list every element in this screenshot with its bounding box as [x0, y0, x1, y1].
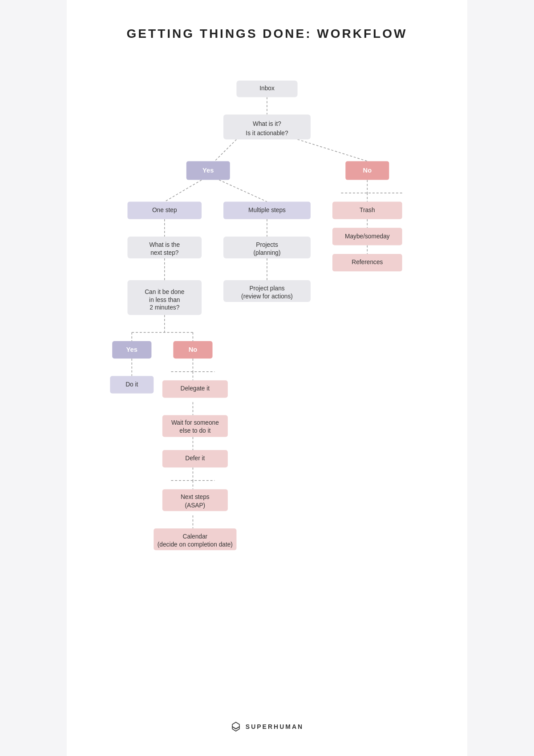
footer: SUPERHUMAN [85, 721, 449, 732]
svg-text:(planning): (planning) [254, 249, 281, 256]
svg-text:No: No [363, 167, 372, 174]
svg-line-2 [298, 139, 368, 161]
wait-for-someone-node: Wait for someone else to do it [162, 415, 228, 437]
inbox-label: Inbox [259, 85, 275, 92]
svg-text:2 minutes?: 2 minutes? [150, 304, 179, 311]
calendar-node: Calendar (decide on completion date) [154, 528, 236, 550]
svg-text:Projects: Projects [256, 241, 278, 248]
svg-text:else to do it: else to do it [179, 427, 210, 434]
svg-text:Yes: Yes [202, 167, 214, 174]
one-step-node: One step [127, 202, 202, 219]
next-steps-node: Next steps (ASAP) [162, 489, 228, 511]
svg-text:(decide on completion date): (decide on completion date) [158, 541, 233, 548]
no1-node: No [345, 161, 389, 180]
svg-text:No: No [189, 346, 198, 353]
maybe-someday-node: Maybe/someday [332, 228, 402, 245]
svg-text:(review for actions): (review for actions) [241, 293, 293, 300]
svg-text:Calendar: Calendar [183, 533, 208, 540]
svg-text:References: References [352, 259, 383, 265]
what-next-step-node: What is the next step? [127, 237, 202, 258]
svg-text:(ASAP): (ASAP) [185, 502, 206, 509]
svg-line-4 [219, 180, 267, 202]
svg-text:Is it actionable?: Is it actionable? [246, 130, 288, 137]
svg-text:Can it be done: Can it be done [145, 289, 185, 295]
projects-node: Projects (planning) [223, 237, 311, 258]
svg-text:Maybe/someday: Maybe/someday [345, 233, 390, 240]
svg-text:Trash: Trash [360, 207, 375, 213]
delegate-it-node: Delegate it [162, 380, 228, 398]
what-is-it-node: What is it? Is it actionable? [223, 115, 311, 140]
svg-text:What is it?: What is it? [253, 121, 281, 127]
brand-label: SUPERHUMAN [246, 723, 303, 730]
svg-text:Wait for someone: Wait for someone [171, 419, 219, 426]
yes1-node: Yes [186, 161, 230, 180]
svg-text:Delegate it: Delegate it [181, 385, 210, 392]
svg-line-3 [165, 180, 202, 202]
svg-text:Yes: Yes [126, 346, 138, 353]
svg-text:What is the: What is the [149, 241, 180, 248]
trash-node: Trash [332, 202, 402, 219]
multiple-steps-node: Multiple steps [223, 202, 311, 219]
references-node: References [332, 254, 402, 271]
svg-text:next step?: next step? [150, 249, 179, 256]
svg-text:in less than: in less than [149, 297, 180, 303]
no2-node: No [173, 341, 212, 358]
svg-text:Multiple steps: Multiple steps [248, 207, 286, 213]
defer-it-node: Defer it [162, 450, 228, 467]
page-title: GETTING THINGS DONE: WORKFLOW [85, 27, 449, 41]
svg-text:One step: One step [152, 207, 177, 213]
svg-text:Next steps: Next steps [181, 494, 210, 500]
svg-text:Do it: Do it [125, 381, 138, 388]
svg-text:Defer it: Defer it [185, 455, 205, 462]
yes2-node: Yes [112, 341, 151, 358]
superhuman-logo-icon [231, 721, 241, 732]
project-plans-node: Project plans (review for actions) [223, 280, 311, 302]
do-it-node: Do it [110, 376, 154, 393]
page: GETTING THINGS DONE: WORKFLOW [67, 0, 467, 756]
can-it-be-done-node: Can it be done in less than 2 minutes? [127, 280, 202, 315]
inbox-node: Inbox [236, 80, 297, 97]
svg-text:Project plans: Project plans [249, 285, 284, 292]
svg-line-1 [214, 139, 236, 161]
